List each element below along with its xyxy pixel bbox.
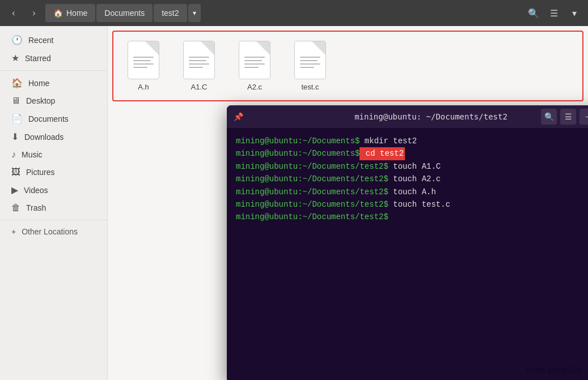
breadcrumb-test2[interactable]: test2 xyxy=(154,4,187,22)
file-item-a2c[interactable]: A2.c xyxy=(229,36,280,96)
file-item-a1c[interactable]: A1.C xyxy=(174,36,225,96)
music-icon: ♪ xyxy=(11,150,16,160)
forward-button[interactable]: › xyxy=(25,4,43,22)
sidebar-item-desktop-label: Desktop xyxy=(26,96,55,105)
breadcrumb-home[interactable]: 🏠 Home xyxy=(45,4,95,22)
back-button[interactable]: ‹ xyxy=(5,4,23,22)
breadcrumb-test2-label: test2 xyxy=(162,8,179,18)
sidebar-item-recent[interactable]: 🕐 Recent xyxy=(2,31,105,49)
sidebar-item-downloads[interactable]: ⬇ Downloads xyxy=(2,128,105,146)
file-line-3 xyxy=(133,63,154,65)
file-icon-lines-testc xyxy=(300,57,320,68)
terminal-cmd-highlight-2: cd test2 xyxy=(359,147,405,160)
minimize-icon: − xyxy=(585,112,588,121)
file-line-4 xyxy=(244,67,259,68)
content-area: A.h A1.C xyxy=(108,26,588,380)
sidebar-item-recent-label: Recent xyxy=(28,36,53,45)
file-icon-ah xyxy=(128,41,159,79)
file-line-1 xyxy=(300,57,320,58)
menu-icon: ▾ xyxy=(572,8,577,19)
terminal-line-4: mining@ubuntu:~/Documents/test2$ touch A… xyxy=(236,173,588,185)
file-icon-lines-a1c xyxy=(189,57,209,68)
menu-button[interactable]: ▾ xyxy=(565,4,583,22)
chevron-down-icon: ▾ xyxy=(193,9,196,17)
file-line-4 xyxy=(133,67,147,68)
sidebar-item-music[interactable]: ♪ Music xyxy=(2,146,105,163)
file-line-1 xyxy=(244,57,265,58)
file-icon-lines xyxy=(133,57,154,68)
breadcrumb-documents[interactable]: Documents xyxy=(96,4,153,22)
other-locations-label: Other Locations xyxy=(22,227,78,236)
search-icon: 🔍 xyxy=(528,8,539,19)
terminal-window: 📌 mining@ubuntu: ~/Documents/test2 🔍 ☰ −… xyxy=(227,105,588,380)
terminal-hamburger-button[interactable]: ☰ xyxy=(560,109,576,125)
terminal-line-3: mining@ubuntu:~/Documents/test2$ touch A… xyxy=(236,160,588,173)
downloads-icon: ⬇ xyxy=(11,131,19,142)
file-name-a2c: A2.c xyxy=(247,83,262,91)
terminal-line-6: mining@ubuntu:~/Documents/test2$ touch t… xyxy=(236,198,588,211)
terminal-prompt-7: mining@ubuntu:~/Documents/test2$ xyxy=(236,211,388,223)
file-line-2 xyxy=(189,60,206,61)
sidebar-item-desktop[interactable]: 🖥 Desktop xyxy=(2,92,105,109)
sidebar: 🕐 Recent ★ Starred 🏠 Home 🖥 Desktop 📄 Do… xyxy=(0,26,108,380)
sidebar-item-trash[interactable]: 🗑 Trash xyxy=(2,199,105,216)
sidebar-other-locations[interactable]: + Other Locations xyxy=(2,224,105,240)
sidebar-item-pictures[interactable]: 🖼 Pictures xyxy=(2,164,105,181)
file-line-4 xyxy=(300,67,314,68)
sidebar-item-starred[interactable]: ★ Starred xyxy=(2,49,105,67)
sidebar-item-starred-label: Starred xyxy=(25,54,51,63)
terminal-line-7: mining@ubuntu:~/Documents/test2$ xyxy=(236,211,588,223)
main-layout: 🕐 Recent ★ Starred 🏠 Home 🖥 Desktop 📄 Do… xyxy=(0,26,588,380)
file-line-2 xyxy=(300,60,318,61)
file-line-1 xyxy=(189,57,209,58)
search-icon: 🔍 xyxy=(544,112,554,121)
terminal-prompt-1: mining@ubuntu:~/Documents$ xyxy=(236,135,359,147)
star-icon: ★ xyxy=(11,53,19,63)
sidebar-item-documents-label: Documents xyxy=(28,114,69,123)
terminal-cmd-4: touch A2.c xyxy=(388,173,441,185)
terminal-search-button[interactable]: 🔍 xyxy=(541,109,557,125)
sidebar-item-music-label: Music xyxy=(22,150,43,159)
file-name-a1c: A1.C xyxy=(191,83,208,91)
terminal-body[interactable]: mining@ubuntu:~/Documents$ mkdir test2 m… xyxy=(227,128,588,380)
list-view-button[interactable]: ☰ xyxy=(545,4,563,22)
file-selection-box: A.h A1.C xyxy=(112,31,583,101)
sidebar-item-videos-label: Videos xyxy=(24,186,48,195)
terminal-prompt-6: mining@ubuntu:~/Documents/test2$ xyxy=(236,198,388,211)
file-icon-a1c xyxy=(183,41,215,79)
videos-icon: ▶ xyxy=(11,185,18,195)
search-button[interactable]: 🔍 xyxy=(524,4,543,22)
breadcrumb-dropdown-button[interactable]: ▾ xyxy=(188,4,201,22)
watermark: CSDN @竹秋五日 xyxy=(526,366,581,375)
file-item-testc[interactable]: test.c xyxy=(285,36,336,96)
file-line-4 xyxy=(189,67,203,68)
sidebar-item-trash-label: Trash xyxy=(26,203,46,212)
file-item-ah[interactable]: A.h xyxy=(118,36,169,96)
terminal-minimize-button[interactable]: − xyxy=(579,109,588,125)
hamburger-icon: ☰ xyxy=(565,112,572,121)
sidebar-item-documents[interactable]: 📄 Documents xyxy=(2,110,105,127)
desktop-icon: 🖥 xyxy=(11,96,20,106)
file-icon-testc xyxy=(294,41,326,79)
terminal-title: mining@ubuntu: ~/Documents/test2 xyxy=(354,112,507,121)
breadcrumb-home-label: Home xyxy=(66,8,87,18)
file-line-1 xyxy=(133,57,154,58)
file-icon-a2c xyxy=(239,41,270,79)
file-line-2 xyxy=(133,60,151,61)
terminal-prompt-2: mining@ubuntu:~/Documents$ xyxy=(236,147,359,160)
pictures-icon: 🖼 xyxy=(11,167,20,177)
sidebar-item-home[interactable]: 🏠 Home xyxy=(2,74,105,92)
file-line-3 xyxy=(244,63,265,65)
terminal-cmd-6: touch test.c xyxy=(388,198,450,211)
file-line-3 xyxy=(189,63,209,65)
terminal-controls: 🔍 ☰ − □ ✕ xyxy=(541,109,588,125)
terminal-prompt-4: mining@ubuntu:~/Documents/test2$ xyxy=(236,173,388,185)
terminal-prompt-3: mining@ubuntu:~/Documents/test2$ xyxy=(236,160,388,173)
sidebar-divider-2 xyxy=(0,220,107,220)
terminal-line-2: mining@ubuntu:~/Documents$ cd test2 xyxy=(236,147,588,160)
titlebar: ‹ › 🏠 Home Documents test2 ▾ 🔍 ☰ ▾ xyxy=(0,0,588,26)
file-line-2 xyxy=(244,60,262,61)
sidebar-item-videos[interactable]: ▶ Videos xyxy=(2,181,105,199)
sidebar-item-downloads-label: Downloads xyxy=(24,133,64,142)
sidebar-divider-1 xyxy=(0,70,107,71)
